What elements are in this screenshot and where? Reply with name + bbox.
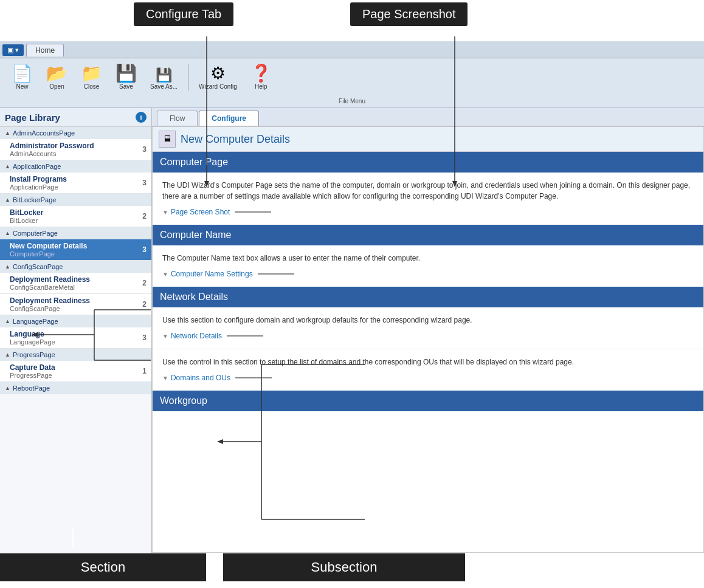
tab-configure[interactable]: Configure — [199, 111, 259, 126]
sidebar-item-subtitle: LanguagePage — [10, 338, 137, 346]
sidebar-item-installprograms[interactable]: Install Programs ApplicationPage 3 — [0, 173, 151, 194]
triangle-icon: ▲ — [5, 197, 10, 203]
sidebar-item-title: Install Programs — [10, 175, 137, 183]
triangle-icon: ▲ — [5, 130, 10, 136]
info-icon[interactable]: i — [136, 112, 147, 123]
sidebar-item-text: Deployment Readiness ConfigScanPage — [10, 296, 137, 312]
sidebar: Page Library i ▲ AdminAccountsPage Admin… — [0, 108, 152, 553]
open-button[interactable]: 📂 Open — [41, 62, 73, 93]
subsection-link-computername[interactable]: ▼ Computer Name Settings — [162, 268, 694, 279]
link-line — [258, 273, 294, 275]
sidebar-item-capturedata[interactable]: Capture Data ProgressPage 1 — [0, 361, 151, 382]
new-icon: 📄 — [12, 65, 33, 82]
sidebar-item-subtitle: ApplicationPage — [10, 183, 137, 191]
sidebar-item-title: Capture Data — [10, 363, 137, 372]
link-line — [235, 377, 272, 378]
sidebar-item-text: Deployment Readiness ConfigScanBareMetal — [10, 275, 137, 291]
save-as-icon: 💾 — [156, 69, 172, 82]
sidebar-item-adminpassword[interactable]: Administrator Password AdminAccounts 3 — [0, 139, 151, 160]
sidebar-item-title: Deployment Readiness — [10, 275, 137, 284]
sidebar-group-applicationpage[interactable]: ▲ ApplicationPage — [0, 160, 151, 173]
section-header-computer-name: Computer Name — [153, 225, 703, 245]
section-text-computer-page: The UDI Wizard's Computer Page sets the … — [162, 180, 694, 202]
arrow-icon: ▼ — [162, 374, 168, 383]
arrow-icon: ▼ — [162, 208, 168, 217]
ribbon-separator — [188, 64, 188, 91]
wizard-config-icon: ⚙ — [210, 65, 226, 82]
page-title-bar: 🖥 New Computer Details — [153, 127, 703, 152]
sidebar-item-language[interactable]: Language LanguagePage 3 — [0, 327, 151, 349]
save-button[interactable]: 💾 Save — [110, 62, 142, 93]
ribbon: ▣ ▾ Home 📄 New 📂 Open 📁 Close 💾 Save 💾 — [0, 41, 704, 108]
close-icon: 📁 — [81, 65, 102, 82]
sidebar-item-deployreadiness2[interactable]: Deployment Readiness ConfigScanPage 2 — [0, 294, 151, 315]
sidebar-item-subtitle: ProgressPage — [10, 372, 137, 379]
subsection-link-screenshot[interactable]: ▼ Page Screen Shot — [162, 207, 694, 217]
sidebar-item-title: Language — [10, 330, 137, 338]
sidebar-item-text: BitLocker BitLocker — [10, 208, 137, 224]
save-as-button[interactable]: 💾 Save As... — [145, 66, 183, 93]
sidebar-item-text: Administrator Password AdminAccounts — [10, 142, 137, 157]
panel-tabs: Flow Configure — [152, 108, 704, 126]
save-as-label: Save As... — [150, 83, 178, 90]
link-line — [227, 335, 263, 337]
tab-flow[interactable]: Flow — [157, 111, 198, 126]
main-layout: Page Library i ▲ AdminAccountsPage Admin… — [0, 108, 704, 553]
group-label-reboot: RebootPage — [13, 385, 50, 392]
subsection-link-domains[interactable]: ▼ Domains and OUs — [162, 372, 694, 383]
sidebar-item-bitlocker[interactable]: BitLocker BitLocker 2 — [0, 206, 151, 227]
sidebar-item-title: BitLocker — [10, 208, 137, 217]
sidebar-item-deployreadiness1[interactable]: Deployment Readiness ConfigScanBareMetal… — [0, 273, 151, 294]
sidebar-item-title: Deployment Readiness — [10, 296, 137, 305]
sidebar-item-badge: 2 — [137, 300, 147, 309]
sidebar-group-languagepage[interactable]: ▲ LanguagePage — [0, 315, 151, 327]
sidebar-item-subtitle: BitLocker — [10, 217, 137, 224]
file-menu-label: File Menu — [339, 98, 365, 104]
close-button[interactable]: 📁 Close — [75, 62, 108, 93]
section-body-computer-name: The Computer Name text box allows a user… — [153, 245, 703, 287]
sidebar-group-configscanpage[interactable]: ▲ ConfigScanPage — [0, 261, 151, 273]
sidebar-group-progresspage[interactable]: ▲ ProgressPage — [0, 349, 151, 361]
sidebar-group-bitlockerpage[interactable]: ▲ BitLockerPage — [0, 194, 151, 206]
ribbon-tab-home[interactable]: Home — [26, 44, 64, 56]
new-button[interactable]: 📄 New — [6, 62, 38, 93]
wizard-config-label: Wizard Config — [199, 83, 237, 90]
subsection-label-network: Network Details — [171, 330, 222, 341]
sidebar-item-title: New Computer Details — [10, 242, 137, 250]
content-area: 🖥 New Computer Details Computer Page The… — [152, 126, 704, 553]
sidebar-group-rebootpage[interactable]: ▲ RebootPage — [0, 382, 151, 394]
sidebar-item-subtitle: ConfigScanBareMetal — [10, 284, 137, 291]
app-button[interactable]: ▣ ▾ — [2, 44, 24, 56]
group-label-computer: ComputerPage — [13, 230, 58, 237]
sidebar-item-badge: 3 — [137, 245, 147, 254]
sidebar-item-newcomputerdetails[interactable]: New Computer Details ComputerPage 3 — [0, 239, 151, 261]
page-library-title: Page Library — [5, 112, 60, 123]
sidebar-item-badge: 2 — [137, 212, 147, 220]
link-line — [235, 211, 271, 213]
new-label: New — [16, 83, 28, 90]
sidebar-item-text: New Computer Details ComputerPage — [10, 242, 137, 258]
right-panel: Flow Configure 🖥 New Computer Details Co… — [152, 108, 704, 553]
group-label-language: LanguagePage — [13, 318, 58, 325]
configure-tab-annotation: Configure Tab — [134, 2, 233, 26]
app-container: ▣ ▾ Home 📄 New 📂 Open 📁 Close 💾 Save 💾 — [0, 41, 704, 547]
sidebar-item-badge: 3 — [137, 145, 147, 154]
subsection-label-computername: Computer Name Settings — [171, 268, 253, 279]
sidebar-item-subtitle: AdminAccounts — [10, 150, 137, 157]
wizard-config-button[interactable]: ⚙ Wizard Config — [193, 62, 243, 93]
open-label: Open — [49, 83, 64, 90]
arrow-icon: ▼ — [162, 270, 168, 279]
sidebar-group-computerpage[interactable]: ▲ ComputerPage — [0, 227, 151, 239]
sidebar-item-badge: 1 — [137, 367, 147, 375]
subsection-annotation: Subsection — [223, 553, 465, 581]
sidebar-item-text: Install Programs ApplicationPage — [10, 175, 137, 191]
section-header-network: Network Details — [153, 287, 703, 307]
sidebar-header: Page Library i — [0, 108, 151, 127]
triangle-icon: ▲ — [5, 264, 10, 270]
help-button[interactable]: ❓ Help — [245, 62, 277, 93]
open-icon: 📂 — [46, 65, 67, 82]
help-label: Help — [255, 83, 267, 90]
subsection-link-network[interactable]: ▼ Network Details — [162, 330, 694, 341]
sidebar-group-adminaccountspage[interactable]: ▲ AdminAccountsPage — [0, 127, 151, 139]
subsection-label-screenshot: Page Screen Shot — [171, 207, 230, 217]
